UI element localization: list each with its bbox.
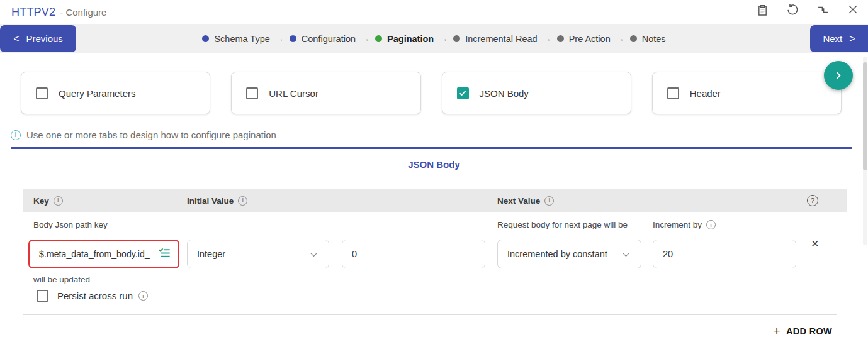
playlist-check-icon[interactable] xyxy=(157,246,172,262)
previous-button[interactable]: < Previous xyxy=(0,25,76,52)
info-icon[interactable]: i xyxy=(544,196,554,206)
previous-button-label: Previous xyxy=(26,33,62,44)
wizard-steps: Schema Type → Configuration → Pagination… xyxy=(202,34,665,44)
next-button[interactable]: Next > xyxy=(810,25,868,52)
step-pagination[interactable]: Pagination xyxy=(375,34,434,44)
checkbox-unchecked[interactable] xyxy=(36,87,48,99)
checkbox-checked[interactable] xyxy=(457,87,469,99)
chevron-down-icon xyxy=(621,249,631,260)
tab-url-cursor[interactable]: URL Cursor xyxy=(231,72,420,114)
info-icon[interactable]: i xyxy=(54,196,63,206)
step-arrow-icon: → xyxy=(616,34,624,43)
scroll-next-fab[interactable] xyxy=(824,61,853,90)
add-row-button[interactable]: + ADD ROW xyxy=(774,324,832,338)
tab-header[interactable]: Header xyxy=(652,72,842,114)
tab-query-parameters[interactable]: Query Parameters xyxy=(21,72,210,114)
info-icon[interactable]: i xyxy=(138,291,148,301)
step-dot xyxy=(453,35,460,42)
step-arrow-icon: → xyxy=(543,34,551,43)
tab-label: Header xyxy=(690,88,721,99)
pagination-hint-text: Use one or more tabs to design how to co… xyxy=(26,130,276,140)
collapse-icon[interactable] xyxy=(815,2,830,17)
plus-icon: + xyxy=(774,324,781,338)
tab-json-body[interactable]: JSON Body xyxy=(442,72,631,114)
delete-row-icon[interactable]: × xyxy=(811,236,819,250)
titlebar: HTTPV2 - Configure xyxy=(0,0,868,24)
step-incremental-read[interactable]: Incremental Read xyxy=(453,34,537,44)
step-configuration[interactable]: Configuration xyxy=(290,34,356,44)
info-icon[interactable]: i xyxy=(238,196,247,206)
tab-label: URL Cursor xyxy=(269,88,318,99)
titlebar-actions xyxy=(755,2,860,17)
pagination-tab-cards: Query Parameters URL Cursor JSON Body He… xyxy=(21,72,842,114)
next-strategy-select[interactable]: Incremented by constant xyxy=(497,240,641,268)
persist-across-run: Persist across run i xyxy=(37,290,148,302)
table-divider xyxy=(23,314,837,315)
connector-title: HTTPV2 xyxy=(11,6,55,19)
scrollbar-thumb[interactable] xyxy=(863,62,867,170)
add-row-label: ADD ROW xyxy=(786,326,832,336)
initial-type-select[interactable]: Integer xyxy=(187,240,329,268)
chevron-right-icon: > xyxy=(849,33,855,45)
httpv2-configure-dialog: HTTPV2 - Configure < Previous Sc xyxy=(0,0,868,342)
info-icon: i xyxy=(11,130,21,140)
table-header: Key i Initial Value i Next Value i ? xyxy=(23,189,847,212)
chevron-right-icon xyxy=(832,69,845,82)
reset-icon[interactable] xyxy=(785,2,800,17)
step-dot xyxy=(630,35,637,42)
dialog-subtitle: - Configure xyxy=(60,7,106,18)
tab-label: Query Parameters xyxy=(59,88,136,99)
step-dot xyxy=(557,35,564,42)
chevron-left-icon: < xyxy=(13,33,19,45)
close-icon[interactable] xyxy=(845,2,860,17)
step-dot xyxy=(290,35,296,42)
persist-checkbox[interactable] xyxy=(37,290,48,302)
column-next-value: Next Value i xyxy=(497,189,554,212)
tab-underline xyxy=(11,147,852,149)
wizard-navbar: < Previous Schema Type → Configuration →… xyxy=(0,24,868,53)
step-dot xyxy=(202,35,209,42)
checkbox-unchecked[interactable] xyxy=(246,87,258,99)
key-field-note: will be updated xyxy=(33,275,90,284)
next-value-label: Request body for next page will be xyxy=(497,220,628,229)
step-arrow-icon: → xyxy=(276,34,284,43)
checkbox-unchecked[interactable] xyxy=(667,87,679,99)
json-body-table: Key i Initial Value i Next Value i ? Bod… xyxy=(23,189,847,342)
section-title: JSON Body xyxy=(0,159,868,170)
column-initial-value: Initial Value i xyxy=(187,189,247,212)
clipboard-icon[interactable] xyxy=(755,2,770,17)
key-field-label: Body Json path key xyxy=(33,220,108,229)
step-arrow-icon: → xyxy=(361,34,369,43)
step-schema-type[interactable]: Schema Type xyxy=(202,34,269,44)
next-button-label: Next xyxy=(823,33,842,44)
increment-value-input[interactable]: 20 xyxy=(653,240,796,268)
step-dot xyxy=(375,35,382,42)
help-icon[interactable]: ? xyxy=(807,195,818,206)
column-key: Key i xyxy=(33,189,63,212)
step-notes[interactable]: Notes xyxy=(630,34,666,44)
initial-value-input[interactable]: 0 xyxy=(342,240,485,268)
chevron-down-icon xyxy=(308,249,319,260)
pagination-hint: i Use one or more tabs to design how to … xyxy=(11,130,276,140)
tab-label: JSON Body xyxy=(480,88,529,99)
info-icon[interactable]: i xyxy=(706,220,716,229)
increment-by-label: Increment by i xyxy=(653,220,716,229)
step-arrow-icon: → xyxy=(439,34,448,43)
body-json-path-input[interactable]: $.meta_data_from_body.id_ xyxy=(28,240,179,268)
step-pre-action[interactable]: Pre Action xyxy=(557,34,611,44)
persist-label: Persist across run xyxy=(57,290,133,301)
